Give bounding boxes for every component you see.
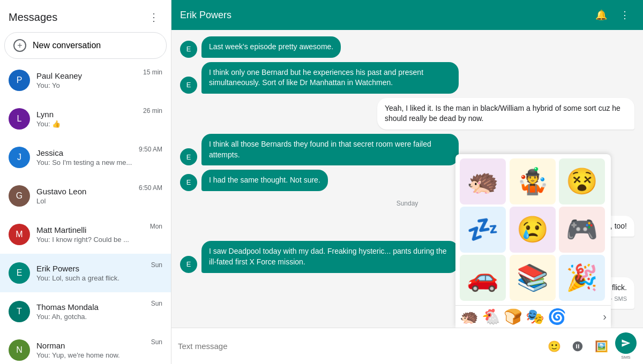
conv-info: JessicaYou: So I'm testing a new me...: [36, 148, 132, 166]
message-bubble: Yeah, I liked it. Is the man in black/Wi…: [377, 98, 634, 130]
conversation-item-gustavo[interactable]: GGustavo LeonLol6:50 AM: [0, 177, 171, 215]
send-label: SMS: [621, 355, 630, 360]
avatar: E: [9, 262, 30, 284]
chat-more-button[interactable]: ⋮: [615, 5, 634, 25]
conv-preview: You: 👍: [36, 120, 137, 128]
sticker-cell[interactable]: 🚗: [460, 255, 506, 301]
sidebar: Messages ⋮ + New conversation PPaul Kean…: [0, 0, 171, 364]
sticker-icon: 📚: [517, 265, 549, 291]
plus-icon: +: [13, 39, 26, 52]
conv-name: Jessica: [36, 148, 132, 157]
avatar: J: [9, 147, 30, 168]
sticker-icon: 🦔: [467, 169, 499, 194]
sticker-panel: 🦔🤹😵💤😢🎮🚗📚🎉 🦔🐔🍞🎭🌀›: [455, 154, 611, 328]
sticker-icon: 😵: [566, 169, 598, 194]
conversation-item-erik[interactable]: EErik PowersYou: Lol, such a great flick…: [0, 254, 171, 292]
sticker-cell[interactable]: 😵: [559, 158, 605, 204]
conversation-item-norman[interactable]: NNormanYou: Yup, we're home now.Sun: [0, 331, 171, 364]
conv-time: Mon: [150, 221, 162, 230]
conversation-item-matt[interactable]: MMatt MartinelliYou: I know right? Could…: [0, 215, 171, 254]
message-row: Yeah, I liked it. Is the man in black/Wi…: [180, 98, 634, 130]
emoji-button[interactable]: 🙂: [544, 337, 564, 356]
sticker-icon: 🚗: [467, 265, 499, 291]
message-bubble: I saw Deadpool today with my dad. Freaki…: [201, 241, 459, 272]
avatar: N: [9, 339, 30, 361]
conversation-item-thomas[interactable]: TThomas MondalaYou: Ah, gotcha.Sun: [0, 292, 171, 331]
sticker-cell[interactable]: 🤹: [510, 158, 556, 204]
sticker-cell[interactable]: 🎉: [559, 255, 605, 301]
image-button[interactable]: 🖼️: [592, 337, 611, 356]
message-row: EI think only one Bernard but he experie…: [180, 62, 634, 94]
conv-info: LynnYou: 👍: [36, 110, 137, 128]
conv-preview: You: Ah, gotcha.: [36, 313, 145, 321]
avatar: L: [9, 108, 30, 130]
sticker-cell[interactable]: 🎮: [559, 207, 605, 253]
sticker-icon: 😢: [517, 217, 549, 242]
conversation-item-paul[interactable]: PPaul KeaneyYou: Yo15 min: [0, 61, 171, 100]
new-conversation-button[interactable]: + New conversation: [4, 32, 167, 59]
avatar: T: [9, 301, 30, 322]
msg-avatar: E: [180, 256, 197, 273]
sticker-cell[interactable]: 😢: [510, 207, 556, 253]
sticker-icon: 🎮: [566, 217, 598, 242]
message-row: ELast week's episode pretty awesome.: [180, 36, 634, 58]
msg-avatar: E: [180, 77, 197, 94]
sticker-bottom-icon[interactable]: 🍞: [504, 308, 522, 325]
sticker-bottom-icon[interactable]: 🦔: [460, 308, 478, 325]
conv-time: 9:50 AM: [139, 143, 162, 153]
conv-time: Sun: [151, 298, 162, 307]
conv-preview: You: Yo: [36, 81, 137, 89]
conv-info: NormanYou: Yup, we're home now.: [36, 341, 145, 359]
message-bubble: I think only one Bernard but he experien…: [201, 62, 459, 94]
conv-name: Paul Keaney: [36, 71, 137, 80]
sticker-cell[interactable]: 🦔: [460, 158, 506, 204]
input-bar: 🙂 🖼️ SMS: [171, 328, 643, 364]
sticker-bottom-bar: 🦔🐔🍞🎭🌀›: [455, 305, 611, 328]
sticker-cell[interactable]: 💤: [460, 207, 506, 253]
sticker-button[interactable]: [568, 337, 587, 356]
conv-preview: Lol: [36, 197, 132, 205]
conv-preview: You: Yup, we're home now.: [36, 351, 145, 359]
conv-info: Gustavo LeonLol: [36, 187, 132, 205]
sticker-icon: 🤹: [517, 169, 549, 194]
conv-time: Sun: [151, 336, 162, 346]
message-bubble: Last week's episode pretty awesome.: [201, 36, 341, 58]
sidebar-title: Messages: [9, 11, 57, 24]
conv-info: Paul KeaneyYou: Yo: [36, 71, 137, 89]
msg-avatar: E: [180, 41, 197, 58]
conv-name: Gustavo Leon: [36, 187, 132, 196]
conv-name: Thomas Mondala: [36, 302, 145, 312]
conversation-item-lynn[interactable]: LLynnYou: 👍26 min: [0, 100, 171, 138]
sidebar-more-button[interactable]: ⋮: [145, 9, 162, 26]
sticker-bottom-icon[interactable]: 🐔: [482, 308, 500, 325]
message-bubble: I had the same thought. Not sure.: [201, 170, 328, 191]
sticker-icon: 💤: [467, 217, 499, 242]
conv-preview: You: Lol, such a great flick.: [36, 274, 145, 282]
conv-name: Erik Powers: [36, 264, 145, 273]
avatar: G: [9, 185, 30, 207]
conv-name: Matt Martinelli: [36, 225, 144, 234]
sticker-next-button[interactable]: ›: [603, 310, 607, 323]
sticker-icon: 🎉: [566, 265, 598, 291]
avatar: M: [9, 224, 30, 245]
avatar: P: [9, 70, 30, 91]
sticker-cell[interactable]: 📚: [510, 255, 556, 301]
conv-time: 15 min: [143, 66, 162, 76]
sticker-bottom-icon[interactable]: 🎭: [526, 308, 544, 325]
conversation-item-jessica[interactable]: JJessicaYou: So I'm testing a new me...9…: [0, 138, 171, 177]
text-input[interactable]: [178, 342, 540, 351]
conversation-list: PPaul KeaneyYou: Yo15 minLLynnYou: 👍26 m…: [0, 61, 171, 364]
message-bubble: I think all those Bernards they found in…: [201, 134, 459, 165]
msg-avatar: E: [180, 174, 197, 191]
conv-info: Erik PowersYou: Lol, such a great flick.: [36, 264, 145, 282]
conv-name: Lynn: [36, 110, 137, 119]
conv-preview: You: So I'm testing a new me...: [36, 158, 132, 166]
conv-time: 6:50 AM: [139, 182, 162, 192]
conv-time: 26 min: [143, 105, 162, 115]
sticker-bottom-icon[interactable]: 🌀: [548, 308, 566, 325]
notification-button[interactable]: 🔔: [592, 5, 611, 25]
send-button[interactable]: [615, 332, 637, 354]
chat-header: Erik Powers 🔔 ⋮: [171, 0, 643, 30]
chat-contact-name: Erik Powers: [180, 10, 231, 21]
conv-name: Norman: [36, 341, 145, 350]
